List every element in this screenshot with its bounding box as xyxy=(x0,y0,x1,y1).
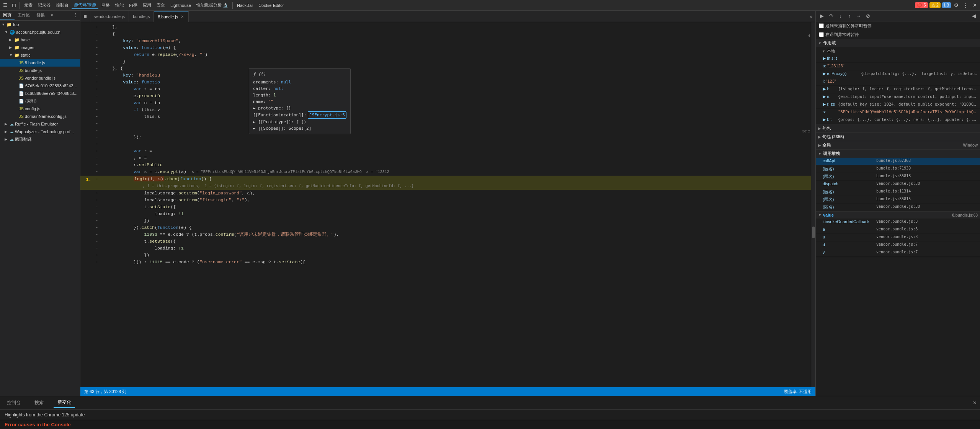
resume-btn[interactable]: ▶ xyxy=(818,12,826,20)
code-area[interactable]: - }, - { - key: "removeAllSpace", - xyxy=(80,22,815,387)
sources-btn[interactable]: 源代码/来源 xyxy=(72,1,98,9)
tooltip-fn-location[interactable]: [[FunctionLocation]]: JSEncrypt.js:5 xyxy=(253,111,346,119)
step-over-btn[interactable]: ↷ xyxy=(827,12,835,20)
value-row-invoke[interactable]: i.invokeGuardedCallback vendor.bundle.js… xyxy=(816,219,980,226)
tree-item-base[interactable]: ▶ 📁 base xyxy=(0,36,80,44)
tree-item-domain[interactable]: JS domainName.config.js xyxy=(0,113,80,120)
pause-uncaught-checkbox[interactable] xyxy=(819,23,824,28)
tab-close-8bundle[interactable]: ✕ xyxy=(180,14,185,19)
settings-icon[interactable]: ⚙ xyxy=(952,2,960,9)
tree-item-67d5[interactable]: 📄 67d5efa010e22893a82428... xyxy=(0,82,80,90)
step-btn[interactable]: → xyxy=(855,12,862,20)
tree-item-top[interactable]: ▼ 📁 top xyxy=(0,21,80,28)
memory-btn[interactable]: 内存 xyxy=(127,2,140,9)
step-into-btn[interactable]: ↓ xyxy=(836,12,844,20)
dock-icon[interactable]: ◻ xyxy=(10,2,18,9)
callstack-row-anon5[interactable]: (匿名) vendor.bundle.js:30 xyxy=(816,204,980,211)
tree-item-index[interactable]: 📄 (索引) xyxy=(0,97,80,105)
network-btn[interactable]: 网络 xyxy=(99,2,112,9)
tab-more-btn[interactable]: » xyxy=(807,14,815,19)
bottom-tab-search[interactable]: 搜索 xyxy=(31,398,47,408)
close-bottom-icon[interactable]: ✕ xyxy=(973,400,977,406)
value-row-a[interactable]: a vendor.bundle.js:8 xyxy=(816,226,980,234)
global-header[interactable]: ▶ 全局 Window xyxy=(816,141,980,149)
callstack-row-anon4[interactable]: (匿名) bundle.js:85815 xyxy=(816,196,980,204)
callstack-header[interactable]: ▼ 调用堆栈 xyxy=(816,150,980,158)
sidebar-tab-overrides[interactable]: 替换 xyxy=(33,11,48,20)
collapse-panel-btn[interactable]: ◀ xyxy=(970,12,978,20)
hackbar-btn[interactable]: HackBar xyxy=(235,2,255,8)
lighthouse-btn[interactable]: Lighthouse xyxy=(168,2,193,8)
bottom-tab-changes[interactable]: 新变化 xyxy=(54,398,75,408)
tree-item-bundle[interactable]: JS bundle.js xyxy=(0,67,80,74)
tooltip-proto2: ► [[Prototype]]: ƒ () xyxy=(253,119,346,125)
tree-item-vendor[interactable]: JS vendor.bundle.js xyxy=(0,74,80,82)
application-btn[interactable]: 应用 xyxy=(140,2,154,9)
scrollbar-thumb[interactable] xyxy=(812,227,815,238)
value-row-u[interactable]: u vendor.bundle.js:8 xyxy=(816,234,980,241)
right-panel-toolbar: ▶ ↷ ↓ ↑ → ⊘ ◀ xyxy=(816,11,980,21)
tooltip-link[interactable]: JSEncrypt.js:5 xyxy=(308,111,346,119)
security-btn[interactable]: 安全 xyxy=(154,2,167,9)
step-out-btn[interactable]: ↑ xyxy=(846,12,853,20)
recorder-btn[interactable]: 记录器 xyxy=(36,2,53,9)
closure-header[interactable]: ▶ 句包 xyxy=(816,124,980,132)
tree-label-account: account.hpc.sjtu.edu.cn xyxy=(16,30,60,34)
file-tab-8bundle[interactable]: 8.bundle.js ✕ xyxy=(154,11,189,22)
elements-btn[interactable]: 元素 xyxy=(22,2,35,9)
closure2-header[interactable]: ▶ 句包 (2355) xyxy=(816,133,980,141)
more-options-icon[interactable]: ⋮ xyxy=(962,2,969,9)
scrollbar-track[interactable]: 4 56°C xyxy=(811,22,815,387)
close-devtools-icon[interactable]: ✕ xyxy=(971,2,978,9)
perf-insights-btn[interactable]: 性能数据分析 🔬 xyxy=(194,2,230,9)
callstack-row-anon2[interactable]: (匿名) bundle.js:85818 xyxy=(816,173,980,181)
value-row-v[interactable]: v vendor.bundle.js:7 xyxy=(816,249,980,257)
devtools-menu-icon[interactable]: ☰ xyxy=(2,2,9,9)
local-arrow: ▼ xyxy=(822,49,825,53)
scope-section-header[interactable]: ▼ 作用域 xyxy=(816,39,980,47)
tree-item-ruffle[interactable]: ▶ ☁ Ruffle - Flash Emulator xyxy=(0,120,80,128)
tree-label-bundle: bundle.js xyxy=(25,68,42,73)
sidebar-tab-more[interactable]: » xyxy=(48,11,56,20)
value-header[interactable]: ▼ value 8.bundle.js:63 xyxy=(816,212,980,219)
tab-label-8bundle: 8.bundle.js xyxy=(158,15,178,19)
tree-item-bc60[interactable]: 📄 bc603866ee7e9ff04088c8... xyxy=(0,90,80,97)
cookie-editor-btn[interactable]: Cookie-Editor xyxy=(256,2,286,8)
sidebar-more-icon[interactable]: ⋮ xyxy=(71,11,80,20)
scope-row-l: ▶ l: {isLogin: f, login: f, registerUser… xyxy=(816,86,980,93)
tree-item-config[interactable]: JS config.js xyxy=(0,105,80,113)
file-icon-vendor: JS xyxy=(19,76,24,80)
file-tab-vendor[interactable]: vendor.bundle.js xyxy=(90,11,129,22)
value-row-d[interactable]: d vendor.bundle.js:7 xyxy=(816,241,980,249)
bottom-tab-console[interactable]: 控制台 xyxy=(3,398,24,408)
file-tab-bundle[interactable]: bundle.js xyxy=(129,11,154,22)
tree-item-8bundle[interactable]: JS 8.bundle.js xyxy=(0,59,80,67)
file-sidebar: 网页 工作区 替换 » ⋮ ▼ 📁 top ▼ 🌐 account.hpc.sj… xyxy=(0,11,80,396)
pause-caught-checkbox[interactable] xyxy=(819,32,824,37)
code-line: - }, xyxy=(80,24,815,31)
sidebar-tab-webpage[interactable]: 网页 xyxy=(0,11,15,20)
panel-toggle-btn[interactable]: ◼ xyxy=(80,11,90,22)
performance-btn[interactable]: 性能 xyxy=(113,2,126,9)
deactivate-btn[interactable]: ⊘ xyxy=(864,12,872,20)
callstack-row-anon3[interactable]: (匿名) bundle.js:11314 xyxy=(816,188,980,196)
right-panel-content[interactable]: 遇到未捕获的异常时暂停 在遇到异常时暂停 ▼ 作用域 ▼ 本地 ▶ xyxy=(816,21,980,396)
tree-item-account[interactable]: ▼ 🌐 account.hpc.sjtu.edu.cn xyxy=(0,28,80,36)
value-loc-v: vendor.bundle.js:7 xyxy=(876,250,978,254)
folder-icon-base: 📁 xyxy=(14,38,20,42)
code-line: - value: functio xyxy=(80,79,815,86)
tooltip-length: length: 1 xyxy=(253,92,346,98)
local-scope-header[interactable]: ▼ 本地 xyxy=(816,47,980,55)
callstack-row-anon1[interactable]: (匿名) bundle.js:71939 xyxy=(816,165,980,173)
pause-caught-label: 在遇到异常时暂停 xyxy=(825,32,859,38)
tree-item-images[interactable]: ▶ 📁 images xyxy=(0,44,80,51)
console-btn[interactable]: 控制台 xyxy=(54,2,71,9)
file-icon-bc60: 📄 xyxy=(19,91,24,96)
tree-item-tencent[interactable]: ▶ ☁ 腾讯翻译 xyxy=(0,135,80,143)
tree-item-wapp[interactable]: ▶ ☁ Wappalyzer - Technology prof... xyxy=(0,128,80,135)
tree-item-static[interactable]: ▼ 📁 static xyxy=(0,51,80,59)
callstack-row-dispatch[interactable]: dispatch vendor.bundle.js:30 xyxy=(816,181,980,188)
sidebar-tab-workspace[interactable]: 工作区 xyxy=(15,11,33,20)
callstack-loc-anon4: bundle.js:85815 xyxy=(876,197,978,201)
callstack-row-callapi[interactable]: callApi bundle.js:67363 xyxy=(816,158,980,165)
